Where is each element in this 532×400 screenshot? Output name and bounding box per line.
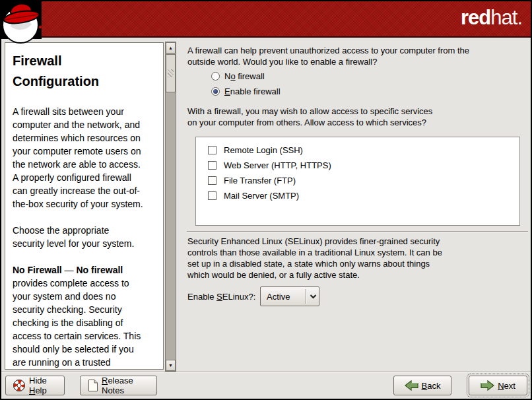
- back-label: Back: [422, 381, 441, 391]
- down-arrow-icon: ▼: [168, 363, 173, 368]
- redhat-wordmark: redhat.: [461, 7, 522, 29]
- trusted-services-list: Remote Login (SSH) Web Server (HTTP, HTT…: [195, 137, 520, 226]
- radio-enable-firewall[interactable]: Enable firewall: [211, 86, 281, 96]
- release-notes-label: Release Notes: [102, 376, 150, 395]
- checkbox-icon[interactable]: [208, 146, 216, 154]
- radio-no-firewall-label: No firewall: [224, 71, 265, 81]
- release-notes-button[interactable]: Release Notes: [80, 376, 157, 395]
- help-scrollbar[interactable]: ▲ ▼: [165, 42, 176, 372]
- checkbox-icon[interactable]: [208, 191, 216, 200]
- service-label: File Transfer (FTP): [224, 176, 296, 185]
- help-paragraph-2: Choose the appropriate security level fo…: [13, 224, 156, 250]
- radio-button-icon[interactable]: [211, 72, 220, 81]
- hide-help-label: Hide Help: [29, 376, 57, 395]
- help-paragraph-3-rest: provides complete access to your system …: [13, 278, 141, 368]
- header-banner: [1, 1, 531, 38]
- brand-bold: red: [461, 6, 490, 29]
- service-row-ftp[interactable]: File Transfer (FTP): [208, 173, 519, 188]
- back-arrow-icon: [405, 380, 418, 391]
- back-button[interactable]: Back: [393, 376, 451, 395]
- checkbox-icon[interactable]: [208, 176, 216, 185]
- services-question-text: With a firewall, you may wish to allow a…: [187, 106, 432, 128]
- service-row-ssh[interactable]: Remote Login (SSH): [208, 143, 519, 158]
- service-row-web[interactable]: Web Server (HTTP, HTTPS): [208, 158, 519, 173]
- no-firewall-term: No Firewall: [13, 265, 62, 275]
- scroll-up-button[interactable]: ▲: [166, 42, 176, 53]
- radio-no-firewall[interactable]: No firewall: [211, 71, 265, 81]
- enable-selinux-label: Enable SELinux?:: [187, 292, 255, 302]
- firewall-intro-text: A firewall can help prevent unauthorized…: [187, 45, 469, 67]
- next-arrow-icon: [481, 380, 494, 391]
- chevron-down-icon: [307, 294, 319, 299]
- selinux-dropdown[interactable]: Active: [260, 286, 319, 306]
- scrollbar-thumb[interactable]: [166, 54, 176, 92]
- document-icon: [87, 379, 98, 392]
- redhat-shadowman-logo-icon: [1, 1, 44, 49]
- help-paragraph-3: No Firewall — No firewall provides compl…: [13, 263, 156, 369]
- brand-light: hat.: [490, 6, 522, 29]
- lifebuoy-icon: [13, 379, 26, 392]
- selinux-description-text: Security Enhanced Linux (SELinux) provid…: [187, 236, 442, 281]
- scrollbar-grip-icon: [168, 69, 174, 77]
- help-title: Firewall Configuration: [13, 51, 156, 92]
- radio-button-selected-icon[interactable]: [211, 87, 220, 96]
- section-separator: [187, 231, 528, 232]
- service-label: Remote Login (SSH): [224, 145, 303, 155]
- next-button[interactable]: Next: [469, 376, 527, 395]
- dash: —: [62, 265, 77, 275]
- no-firewall-term-2: No firewall: [76, 265, 123, 275]
- radio-enable-firewall-label: Enable firewall: [224, 86, 281, 96]
- footer-separator: [1, 372, 531, 373]
- hide-help-button[interactable]: Hide Help: [5, 376, 65, 395]
- checkbox-icon[interactable]: [208, 161, 216, 170]
- up-arrow-icon: ▲: [168, 46, 173, 50]
- selinux-dropdown-value: Active: [261, 292, 306, 302]
- service-label: Web Server (HTTP, HTTPS): [224, 160, 331, 170]
- installer-window: redhat. Firewall Configuration A firewal…: [0, 0, 532, 400]
- next-label: Next: [498, 381, 515, 391]
- service-label: Mail Server (SMTP): [224, 191, 299, 201]
- help-paragraph-1: A firewall sits between your computer an…: [13, 105, 156, 211]
- help-panel: Firewall Configuration A firewall sits b…: [5, 42, 164, 370]
- scroll-down-button[interactable]: ▼: [166, 360, 176, 371]
- service-row-smtp[interactable]: Mail Server (SMTP): [208, 188, 519, 203]
